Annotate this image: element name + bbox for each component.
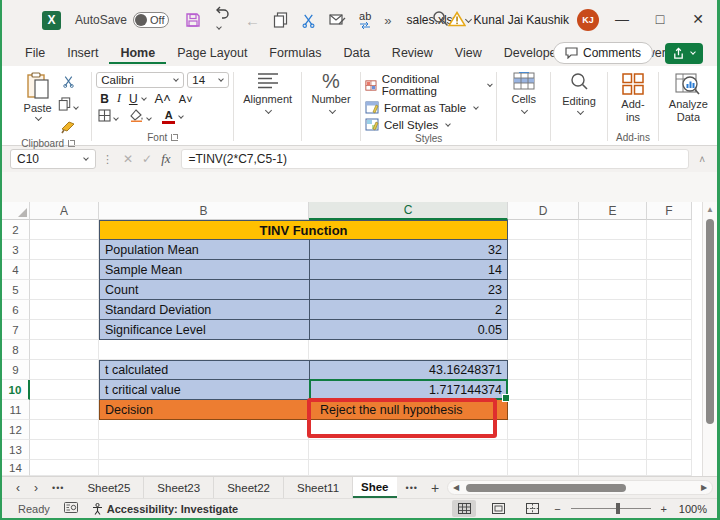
cell[interactable] (30, 260, 99, 280)
expand-formula-bar-icon[interactable]: ˄ (695, 154, 709, 165)
formula-input[interactable]: =TINV(2*C7,C5-1) (181, 149, 690, 169)
cell[interactable] (30, 280, 99, 300)
cell-c3[interactable]: 32 (309, 240, 508, 260)
column-header-e[interactable]: E (579, 202, 647, 220)
normal-view-icon[interactable] (452, 500, 476, 517)
scroll-up-icon[interactable]: ▲ (703, 202, 717, 217)
tab-insert[interactable]: Insert (56, 42, 109, 64)
column-header-d[interactable]: D (508, 202, 579, 220)
cell[interactable] (30, 300, 99, 320)
cell[interactable] (508, 380, 579, 400)
cell[interactable] (579, 400, 647, 420)
cell[interactable] (508, 360, 579, 380)
cell[interactable] (647, 220, 692, 240)
cell[interactable] (579, 340, 647, 360)
column-header-b[interactable]: B (99, 202, 309, 220)
scroll-right-icon[interactable]: ▶ (696, 483, 712, 492)
fill-color-icon[interactable] (129, 109, 152, 125)
row-header[interactable]: 12 (2, 420, 30, 440)
cell[interactable] (647, 360, 692, 380)
cell[interactable] (579, 240, 647, 260)
row-header[interactable]: 11 (2, 400, 30, 420)
column-header-a[interactable]: A (30, 202, 99, 220)
row-header[interactable]: 13 (2, 440, 30, 460)
cell-c9[interactable]: 43.16248371 (309, 360, 508, 380)
clipboard-dialog-launcher-icon[interactable] (68, 140, 75, 147)
cell[interactable] (99, 440, 309, 460)
cut-icon[interactable] (301, 13, 316, 28)
cell[interactable] (579, 420, 647, 440)
cell-c7[interactable]: 0.05 (309, 320, 508, 340)
autosave-toggle[interactable]: AutoSave Off (75, 12, 169, 28)
cell[interactable] (309, 460, 508, 476)
share-button[interactable] (665, 43, 703, 64)
cell[interactable] (647, 440, 692, 460)
cell[interactable] (30, 340, 99, 360)
email-icon[interactable] (329, 13, 346, 27)
cell-styles-button[interactable]: Cell Styles (365, 118, 493, 131)
name-box[interactable]: C10 (10, 149, 96, 169)
cell[interactable] (508, 220, 579, 240)
cell[interactable] (579, 280, 647, 300)
sheet-tab-sheet23[interactable]: Sheet23 (144, 477, 214, 498)
sheet-tab-sheet22[interactable]: Sheet22 (214, 477, 284, 498)
page-break-view-icon[interactable] (520, 500, 544, 517)
row-header-selected[interactable]: 10 (2, 380, 30, 400)
cell-b3[interactable]: Population Mean (99, 240, 309, 260)
row-header[interactable]: 14 (2, 460, 30, 476)
cell[interactable] (508, 300, 579, 320)
select-all-corner[interactable] (2, 202, 30, 220)
row-header[interactable]: 9 (2, 360, 30, 380)
increase-font-button[interactable]: A˄ (155, 91, 171, 106)
tab-data[interactable]: Data (332, 42, 380, 64)
cell[interactable] (508, 340, 579, 360)
row-header[interactable]: 3 (2, 240, 30, 260)
cell[interactable] (647, 300, 692, 320)
format-painter-icon[interactable] (61, 120, 75, 138)
cell[interactable] (99, 420, 309, 440)
cell[interactable] (647, 340, 692, 360)
cell[interactable] (647, 320, 692, 340)
cell-b10[interactable]: t critical value (99, 380, 309, 400)
cell[interactable] (309, 340, 508, 360)
alignment-group-button[interactable]: Alignment (235, 68, 300, 145)
cell[interactable] (647, 240, 692, 260)
add-ins-button[interactable]: Add-ins (612, 70, 654, 125)
macro-record-icon[interactable] (64, 502, 78, 515)
cell-b2-title[interactable]: TINV Function (99, 220, 508, 240)
cell[interactable] (647, 280, 692, 300)
cell-c6[interactable]: 2 (309, 300, 508, 320)
row-header[interactable]: 7 (2, 320, 30, 340)
cells-group-button[interactable]: Cells (498, 68, 549, 145)
cell-b4[interactable]: Sample Mean (99, 260, 309, 280)
tab-file[interactable]: File (14, 42, 56, 64)
cell[interactable] (508, 320, 579, 340)
accessibility-status[interactable]: Accessibility: Investigate (92, 503, 238, 515)
cell[interactable] (579, 300, 647, 320)
prev-sheet-icon[interactable]: ‹ (16, 481, 20, 495)
analyze-data-button[interactable]: AnalyzeData (663, 70, 714, 125)
paste-button[interactable]: Paste (18, 70, 58, 124)
conditional-formatting-button[interactable]: Conditional Formatting (365, 73, 493, 97)
cell[interactable] (508, 460, 579, 476)
cell[interactable] (30, 420, 99, 440)
font-color-icon[interactable]: A (162, 110, 175, 124)
cell[interactable] (30, 220, 99, 240)
zoom-slider[interactable] (571, 508, 651, 509)
cell-b11[interactable]: Decision (99, 400, 309, 420)
close-button[interactable]: ✕ (679, 0, 717, 38)
cell[interactable] (647, 460, 692, 476)
font-name-select[interactable]: Calibri (96, 72, 184, 88)
cell-c5[interactable]: 23 (309, 280, 508, 300)
copy-icon[interactable] (273, 12, 288, 28)
cell[interactable] (30, 380, 99, 400)
sheet-list-icon[interactable]: ••• (52, 483, 64, 493)
cell[interactable] (579, 440, 647, 460)
more-sheets-icon[interactable]: ••• (406, 483, 418, 493)
cell[interactable] (647, 400, 692, 420)
avatar[interactable]: KJ (577, 9, 599, 31)
number-group-button[interactable]: % Number (303, 68, 359, 145)
row-header[interactable]: 6 (2, 300, 30, 320)
tab-formulas[interactable]: Formulas (258, 42, 332, 64)
cell-c11[interactable]: Reject the null hypothesis (309, 400, 508, 420)
